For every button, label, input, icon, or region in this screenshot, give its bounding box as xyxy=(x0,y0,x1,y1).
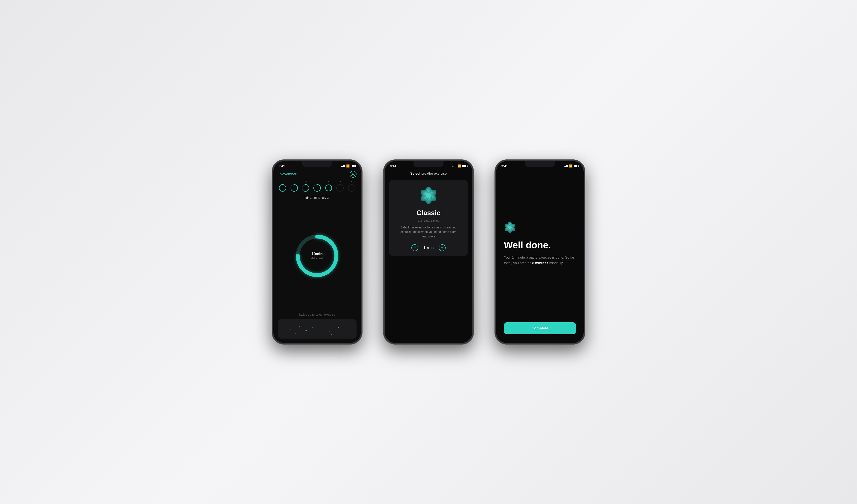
last-time: Last time: 5 mins xyxy=(418,219,439,222)
day-col-w: W xyxy=(302,180,309,192)
increase-time-button[interactable]: + xyxy=(439,244,446,251)
signal-bars-3 xyxy=(564,165,568,167)
exercise-name: Classic xyxy=(417,209,440,217)
status-time-3: 9:41 xyxy=(501,164,508,168)
day-label-s1: S xyxy=(339,180,341,183)
well-done-title: Well done. xyxy=(504,240,551,251)
page-background: 9:41 📶 ‹ No xyxy=(0,0,857,504)
particle-9 xyxy=(295,333,296,334)
well-done-content: Well done. Your 1 minute breathe exercis… xyxy=(496,169,584,314)
svg-point-6 xyxy=(291,185,297,191)
desc-part2: mindfully. xyxy=(548,261,564,265)
particle-1 xyxy=(290,329,291,330)
exercise-description: Select this exercise for a classic breat… xyxy=(394,224,463,239)
ring-center: 10min daily goal xyxy=(311,252,323,260)
battery-icon-1 xyxy=(351,165,356,167)
ring-goal-label: daily goal xyxy=(311,257,323,260)
ring-min-value: 10min xyxy=(312,252,323,256)
complete-button[interactable]: Complete xyxy=(504,322,576,334)
day-label-f: F xyxy=(328,180,329,183)
back-chevron-icon: ‹ xyxy=(278,172,279,176)
today-text: Today, 2018. Nov 30. xyxy=(273,196,361,200)
day-label-t1: T xyxy=(293,180,295,183)
day-col-s2: S xyxy=(348,180,355,192)
battery-fill-1 xyxy=(352,165,355,167)
day-col-m: M xyxy=(279,180,286,192)
bottom-spacer xyxy=(496,334,584,343)
svg-point-12 xyxy=(314,185,320,191)
svg-point-0 xyxy=(352,173,354,174)
svg-point-14 xyxy=(326,185,332,191)
plus-icon: + xyxy=(441,245,444,250)
status-icons-1: 📶 xyxy=(341,164,356,168)
day-ring-s2 xyxy=(348,184,355,192)
particle-3 xyxy=(305,330,307,331)
signal-bars-1 xyxy=(341,165,345,167)
status-icons-3: 📶 xyxy=(564,164,578,168)
day-label-s2: S xyxy=(351,180,352,183)
well-done-flower-logo xyxy=(504,221,516,233)
time-value: 1 min xyxy=(423,245,434,250)
today-date: Today, 2018. Nov 30. xyxy=(303,196,331,200)
progress-section: 10min daily goal xyxy=(273,202,361,310)
wifi-icon-3: 📶 xyxy=(569,164,572,168)
particle-5 xyxy=(320,329,321,330)
signal-bar-4 xyxy=(344,165,345,167)
day-ring-t2 xyxy=(313,184,321,192)
particle-11 xyxy=(331,334,332,335)
month-title: November xyxy=(280,172,296,177)
minus-icon: − xyxy=(414,245,416,250)
notch-1 xyxy=(302,161,332,167)
phone-3: 9:41 📶 xyxy=(495,160,585,344)
well-done-description: Your 1 minute breathe exercise is done. … xyxy=(504,255,576,266)
select-header: Select breathe exercise xyxy=(385,169,472,180)
screen-3: 9:41 📶 xyxy=(496,161,584,343)
day-col-f: F xyxy=(325,180,333,192)
month-header: ‹ November xyxy=(273,169,361,180)
day-ring-t1 xyxy=(290,184,298,192)
swipe-text: Swipe up to select exercise xyxy=(273,310,361,319)
wifi-icon-1: 📶 xyxy=(346,164,350,168)
notch-3 xyxy=(525,161,555,167)
battery-icon-3 xyxy=(574,165,578,167)
week-days: M T xyxy=(273,180,361,192)
status-icons-2: 📶 xyxy=(453,164,467,168)
decrease-time-button[interactable]: − xyxy=(411,244,418,251)
phone-1: 9:41 📶 ‹ No xyxy=(272,160,362,344)
ring-container: 10min daily goal xyxy=(293,232,341,280)
battery-fill-3 xyxy=(574,165,577,167)
particle-4 xyxy=(312,327,313,328)
particle-10 xyxy=(316,334,317,334)
day-ring-f xyxy=(325,184,333,192)
notch-2 xyxy=(414,161,443,167)
user-icon xyxy=(351,172,355,176)
svg-point-16 xyxy=(337,185,343,191)
day-label-m: M xyxy=(282,180,283,183)
svg-point-34 xyxy=(508,225,511,229)
flower-logo xyxy=(419,186,438,205)
day-label-w: W xyxy=(304,180,307,183)
ring-min-label: 10min xyxy=(311,252,323,256)
signal-bar-2 xyxy=(342,166,343,167)
day-col-t1: T xyxy=(290,180,298,192)
battery-fill-2 xyxy=(463,165,466,167)
day-ring-s1 xyxy=(336,184,344,192)
time-selector: − 1 min + xyxy=(411,244,446,251)
screen-2: 9:41 📶 Select xyxy=(385,161,472,343)
back-button[interactable]: ‹ November xyxy=(278,172,297,177)
profile-icon[interactable] xyxy=(350,171,356,178)
day-ring-m xyxy=(279,184,286,192)
particle-8 xyxy=(346,330,347,331)
wifi-icon-2: 📶 xyxy=(458,164,461,168)
status-time-2: 9:41 xyxy=(390,164,397,168)
svg-point-18 xyxy=(349,185,354,191)
day-label-t2: T xyxy=(317,180,318,183)
svg-point-27 xyxy=(426,193,431,198)
desc-bold: 8 minutes xyxy=(533,261,549,265)
status-time-1: 9:41 xyxy=(279,164,285,168)
svg-point-3 xyxy=(280,185,285,191)
exercise-card[interactable]: Classic Last time: 5 mins Select this ex… xyxy=(389,180,468,256)
particle-6 xyxy=(329,332,330,332)
phone-2: 9:41 📶 Select xyxy=(384,160,473,344)
particle-2 xyxy=(299,326,300,327)
